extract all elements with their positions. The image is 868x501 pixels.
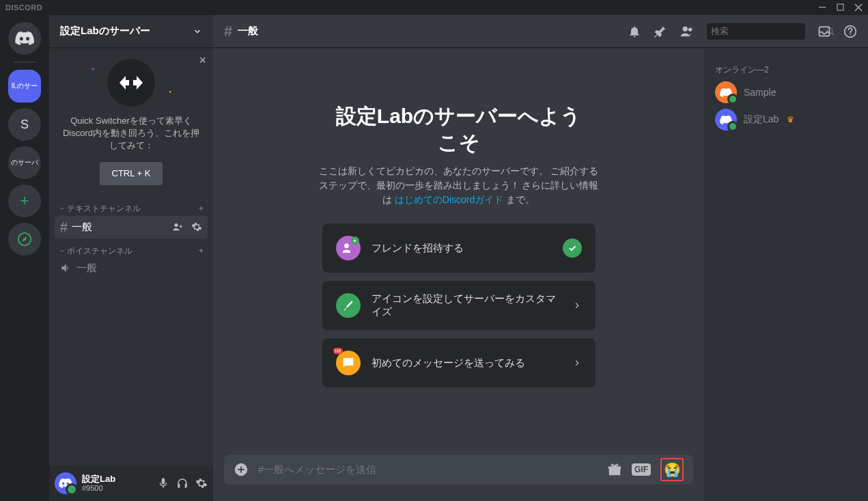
avatar [715, 81, 737, 103]
member-list: オンライン—2 Sample 設定Lab ♛ [704, 48, 868, 501]
paint-icon [336, 293, 361, 318]
server-header[interactable]: 設定Labのサーバー [49, 15, 213, 48]
svg-point-4 [683, 26, 688, 31]
chevron-down-icon [193, 27, 202, 36]
hash-icon: # [60, 219, 68, 235]
gear-icon[interactable] [195, 477, 208, 489]
user-panel: 設定Lab #9500 [49, 465, 213, 501]
channel-title: 一般 [238, 25, 258, 38]
invite-icon: + [336, 236, 361, 260]
avatar[interactable] [55, 472, 76, 494]
member-item[interactable]: 設定Lab ♛ [710, 106, 863, 133]
quickswitcher-text: Quick Switcherを使って素早くDiscord内を動き回ろう。これを押… [60, 115, 202, 152]
close-icon[interactable]: × [199, 52, 206, 69]
channel-label: 一般 [72, 221, 92, 234]
channel-list: テキストチャンネル + # 一般 ボイスチャンネル + 一般 [49, 196, 213, 465]
bell-icon[interactable] [628, 25, 641, 38]
search-input[interactable] [711, 26, 826, 36]
svg-point-5 [688, 27, 692, 31]
titlebar: DISCORD [0, 0, 868, 15]
channel-general[interactable]: # 一般 [55, 216, 208, 239]
pin-icon[interactable] [654, 25, 667, 38]
guild-active[interactable]: lLのサー [8, 70, 41, 103]
welcome-title: 設定Labのサーバーへようこそ [336, 103, 581, 156]
member-name: 設定Lab [744, 113, 779, 126]
server-name: 設定Labのサーバー [60, 25, 150, 38]
guild-separator [14, 62, 36, 63]
chat-header: # 一般 [213, 15, 868, 48]
guild-item[interactable]: のサーバ [8, 146, 41, 179]
svg-rect-0 [819, 7, 826, 8]
avatar [715, 109, 737, 131]
window-controls [819, 3, 863, 12]
close-icon[interactable] [854, 3, 863, 12]
mic-icon[interactable] [157, 477, 169, 489]
gif-button[interactable]: GIF [632, 463, 651, 476]
minimize-icon[interactable] [819, 3, 827, 12]
guild-item[interactable]: S [8, 108, 41, 141]
category-text[interactable]: テキストチャンネル + [55, 196, 208, 216]
channel-sidebar: 設定Labのサーバー × ✦ ● ◦ Quick Switcherを使って素早く… [49, 15, 213, 501]
guild-list: lLのサー S のサーバ + [0, 15, 49, 501]
card-label: 初めてのメッセージを送ってみる [372, 357, 561, 370]
add-channel-icon[interactable]: + [199, 204, 204, 213]
category-voice[interactable]: ボイスチャンネル + [55, 239, 208, 258]
chevron-right-icon [572, 358, 582, 368]
member-name: Sample [744, 87, 776, 98]
main-content: # 一般 設定Labのサーバーへようこそ ここは新しくてピカピカ [213, 15, 868, 501]
home-button[interactable] [8, 22, 41, 55]
gift-icon[interactable] [607, 462, 622, 477]
help-icon[interactable] [843, 25, 857, 38]
composer-placeholder[interactable]: #一般へメッセージを送信 [258, 463, 598, 476]
card-label: アイコンを設定してサーバーをカスタマイズ [372, 293, 561, 319]
add-server-button[interactable]: + [8, 185, 41, 217]
quickswitcher-tip: × ✦ ● ◦ Quick Switcherを使って素早くDiscord内を動き… [49, 48, 213, 196]
welcome-description: ここは新しくてピカピカの、あなたのサーバーです。 ご紹介するステップで、最初の一… [316, 164, 602, 207]
emoji-picker-button[interactable]: 😭 [660, 458, 684, 481]
add-channel-icon[interactable]: + [199, 246, 204, 256]
check-icon [563, 239, 582, 258]
card-invite[interactable]: + フレンドを招待する [322, 224, 596, 273]
members-icon[interactable] [680, 24, 695, 39]
user-name: 設定Lab [82, 474, 152, 484]
headphones-icon[interactable] [176, 477, 188, 489]
card-message[interactable]: Hi! 初めてのメッセージを送ってみる [322, 338, 596, 388]
member-item[interactable]: Sample [710, 79, 863, 106]
quickswitcher-icon: ✦ ● ◦ [107, 59, 155, 107]
speaker-icon [60, 262, 72, 274]
chevron-right-icon [572, 301, 582, 310]
card-customize[interactable]: アイコンを設定してサーバーをカスタマイズ [322, 281, 596, 330]
user-tag: #9500 [82, 484, 152, 492]
voice-channel-general[interactable]: 一般 [55, 258, 208, 278]
svg-point-3 [174, 224, 178, 227]
app-brand: DISCORD [5, 3, 42, 12]
search-box[interactable] [707, 23, 805, 40]
svg-point-9 [344, 243, 349, 248]
message-composer[interactable]: #一般へメッセージを送信 GIF 😭 [224, 455, 693, 485]
channel-label: 一般 [76, 262, 97, 275]
member-category: オンライン—2 [710, 59, 863, 79]
invite-icon[interactable] [172, 221, 183, 232]
svg-rect-1 [837, 4, 843, 10]
guide-link[interactable]: はじめてのDiscordガイド [395, 194, 503, 205]
gear-icon[interactable] [191, 221, 202, 232]
crown-icon: ♛ [787, 115, 794, 124]
welcome-screen: 設定Labのサーバーへようこそ ここは新しくてピカピカの、あなたのサーバーです。… [213, 48, 704, 455]
attach-icon[interactable] [234, 462, 249, 477]
explore-button[interactable] [8, 223, 41, 256]
hash-icon: # [224, 23, 232, 40]
inbox-icon[interactable] [817, 25, 831, 38]
user-info[interactable]: 設定Lab #9500 [82, 474, 152, 492]
card-label: フレンドを招待する [372, 242, 552, 255]
message-icon: Hi! [336, 351, 361, 375]
chat-area: 設定Labのサーバーへようこそ ここは新しくてピカピカの、あなたのサーバーです。… [213, 48, 704, 501]
maximize-icon[interactable] [837, 3, 845, 12]
quickswitcher-button[interactable]: CTRL + K [100, 162, 163, 185]
